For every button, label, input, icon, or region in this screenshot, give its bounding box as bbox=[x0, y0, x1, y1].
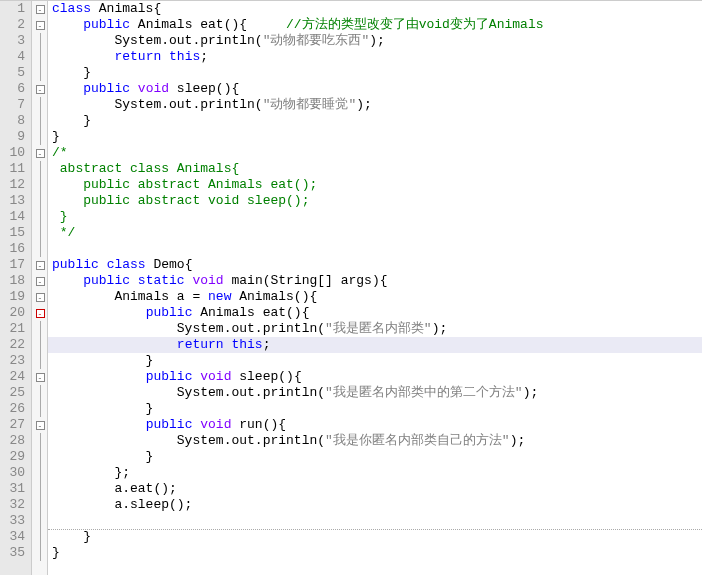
code-token: System.out.println( bbox=[52, 321, 325, 337]
code-line[interactable]: public static void main(String[] args){ bbox=[48, 273, 702, 289]
code-line[interactable]: Animals a = new Animals(){ bbox=[48, 289, 702, 305]
fold-minus-icon[interactable]: - bbox=[36, 293, 45, 302]
code-token: ); bbox=[510, 433, 526, 449]
code-line[interactable]: } bbox=[48, 449, 702, 465]
fold-cell bbox=[32, 353, 48, 369]
code-line[interactable]: }; bbox=[48, 465, 702, 481]
code-line[interactable]: System.out.println("我是你匿名内部类自己的方法"); bbox=[48, 433, 702, 449]
fold-minus-icon[interactable]: - bbox=[36, 277, 45, 286]
fold-cell bbox=[32, 209, 48, 225]
code-token bbox=[52, 17, 83, 33]
fold-cell bbox=[32, 513, 48, 529]
fold-guide bbox=[40, 33, 41, 49]
code-line[interactable]: } bbox=[48, 545, 702, 561]
line-number: 34 bbox=[0, 529, 25, 545]
code-token: "我是匿名内部类" bbox=[325, 321, 432, 337]
fold-cell bbox=[32, 225, 48, 241]
fold-cell[interactable]: - bbox=[32, 289, 48, 305]
code-line[interactable]: System.out.println("动物都要睡觉"); bbox=[48, 97, 702, 113]
code-line[interactable] bbox=[48, 241, 702, 257]
fold-minus-icon[interactable]: - bbox=[36, 373, 45, 382]
fold-minus-icon[interactable]: - bbox=[36, 309, 45, 318]
code-line[interactable]: } bbox=[48, 209, 702, 225]
code-line[interactable]: System.out.println("我是匿名内部类"); bbox=[48, 321, 702, 337]
code-token: */ bbox=[52, 225, 75, 241]
code-area[interactable]: class Animals{ public Animals eat(){ //方… bbox=[48, 1, 702, 575]
fold-minus-icon[interactable]: - bbox=[36, 85, 45, 94]
code-line[interactable]: */ bbox=[48, 225, 702, 241]
code-line[interactable]: } bbox=[48, 401, 702, 417]
code-token: System.out.println( bbox=[52, 385, 325, 401]
fold-cell[interactable]: - bbox=[32, 81, 48, 97]
code-token: void bbox=[200, 417, 231, 433]
fold-cell[interactable]: - bbox=[32, 273, 48, 289]
fold-cell[interactable]: - bbox=[32, 17, 48, 33]
fold-cell[interactable]: - bbox=[32, 369, 48, 385]
code-line[interactable]: } bbox=[48, 529, 702, 545]
fold-cell[interactable]: - bbox=[32, 417, 48, 433]
code-line[interactable]: abstract class Animals{ bbox=[48, 161, 702, 177]
code-line[interactable]: public class Demo{ bbox=[48, 257, 702, 273]
code-token: "我是匿名内部类中的第二个方法" bbox=[325, 385, 523, 401]
fold-guide bbox=[40, 529, 41, 545]
code-line[interactable]: public abstract void sleep(); bbox=[48, 193, 702, 209]
code-line[interactable]: System.out.println("动物都要吃东西"); bbox=[48, 33, 702, 49]
code-line[interactable]: public Animals eat(){ //方法的类型改变了由void变为了… bbox=[48, 17, 702, 33]
code-token: ); bbox=[369, 33, 385, 49]
fold-guide bbox=[40, 49, 41, 65]
fold-minus-icon[interactable]: - bbox=[36, 421, 45, 430]
line-number: 8 bbox=[0, 113, 25, 129]
code-line[interactable]: } bbox=[48, 353, 702, 369]
code-token: sleep(){ bbox=[169, 81, 239, 97]
line-number: 5 bbox=[0, 65, 25, 81]
fold-cell[interactable]: - bbox=[32, 145, 48, 161]
code-line[interactable]: /* bbox=[48, 145, 702, 161]
fold-guide bbox=[40, 481, 41, 497]
code-token: public bbox=[52, 257, 99, 273]
code-line[interactable]: class Animals{ bbox=[48, 1, 702, 17]
fold-minus-icon[interactable]: - bbox=[36, 21, 45, 30]
fold-cell bbox=[32, 433, 48, 449]
fold-cell[interactable]: - bbox=[32, 305, 48, 321]
fold-guide bbox=[40, 337, 41, 353]
fold-cell bbox=[32, 545, 48, 561]
code-line[interactable]: public void run(){ bbox=[48, 417, 702, 433]
fold-cell bbox=[32, 321, 48, 337]
fold-cell bbox=[32, 481, 48, 497]
fold-cell bbox=[32, 449, 48, 465]
fold-cell[interactable]: - bbox=[32, 257, 48, 273]
code-line[interactable]: a.eat(); bbox=[48, 481, 702, 497]
code-token bbox=[52, 337, 177, 353]
code-token: System.out.println( bbox=[52, 33, 263, 49]
code-token: ); bbox=[523, 385, 539, 401]
line-number: 4 bbox=[0, 49, 25, 65]
line-number: 14 bbox=[0, 209, 25, 225]
code-line[interactable]: return this; bbox=[48, 337, 702, 353]
fold-cell[interactable]: - bbox=[32, 1, 48, 17]
fold-minus-icon[interactable]: - bbox=[36, 5, 45, 14]
code-line[interactable]: System.out.println("我是匿名内部类中的第二个方法"); bbox=[48, 385, 702, 401]
code-line[interactable]: } bbox=[48, 113, 702, 129]
code-token: public bbox=[146, 369, 193, 385]
code-line[interactable]: public void sleep(){ bbox=[48, 81, 702, 97]
code-line[interactable]: return this; bbox=[48, 49, 702, 65]
fold-cell bbox=[32, 129, 48, 145]
line-number: 31 bbox=[0, 481, 25, 497]
fold-cell bbox=[32, 193, 48, 209]
code-token: System.out.println( bbox=[52, 97, 263, 113]
code-token: ; bbox=[263, 337, 271, 353]
code-line[interactable]: } bbox=[48, 129, 702, 145]
code-line[interactable]: public void sleep(){ bbox=[48, 369, 702, 385]
code-line[interactable]: } bbox=[48, 65, 702, 81]
code-token: } bbox=[52, 401, 153, 417]
code-line[interactable]: a.sleep(); bbox=[48, 497, 702, 513]
code-line[interactable] bbox=[48, 513, 702, 529]
fold-guide bbox=[40, 113, 41, 129]
fold-minus-icon[interactable]: - bbox=[36, 149, 45, 158]
code-line[interactable]: public Animals eat(){ bbox=[48, 305, 702, 321]
line-number: 28 bbox=[0, 433, 25, 449]
fold-gutter: ---------- bbox=[32, 1, 48, 575]
line-number: 10 bbox=[0, 145, 25, 161]
fold-minus-icon[interactable]: - bbox=[36, 261, 45, 270]
code-line[interactable]: public abstract Animals eat(); bbox=[48, 177, 702, 193]
